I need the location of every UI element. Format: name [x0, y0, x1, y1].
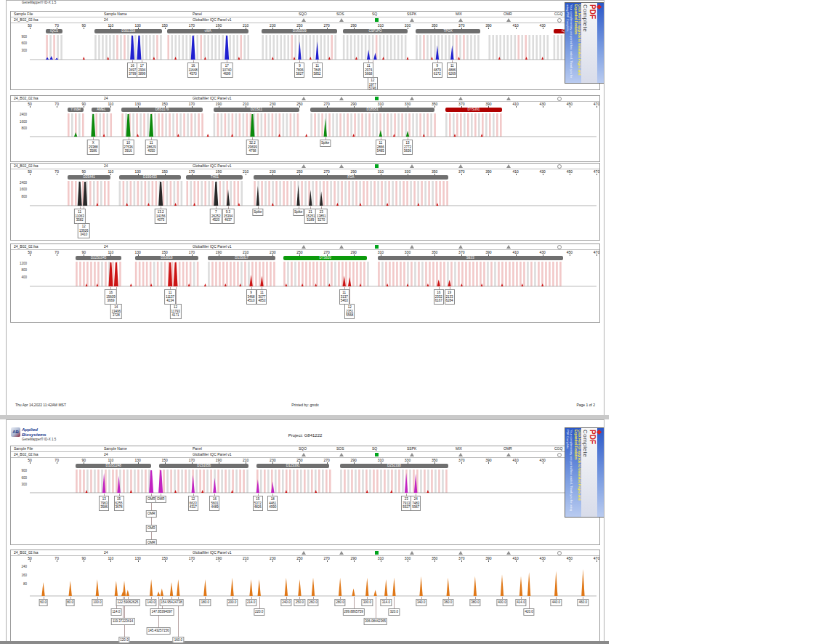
locus-marker-bar[interactable]: D21S11 — [214, 108, 300, 112]
electropherogram-panel: 24_B02_02.fsa24Globalfiler IQC Panel v15… — [10, 243, 600, 323]
page-footer: Thu Apr 14,2022 11:42AM MST Printed by: … — [15, 403, 595, 408]
allele-call-box: 10275363916 — [122, 140, 134, 155]
locus-marker-bar[interactable]: D2S441 — [68, 175, 110, 180]
cgq-flag-icon — [557, 453, 562, 457]
column-header: SOS — [336, 12, 344, 17]
sample-file: 24_B02_02.fsa — [14, 17, 39, 23]
sos-flag-icon — [339, 18, 344, 22]
trace-plot: 24016080 — [11, 563, 599, 597]
locus-marker-bar[interactable]: AMEL — [92, 108, 110, 112]
pdf-complete-logo: PDF Complete — [581, 3, 597, 83]
allele-call-box: 1131375463 — [339, 289, 349, 305]
trace-svg — [11, 563, 599, 597]
label-connector — [394, 597, 395, 608]
locus-marker-bar[interactable]: D8S1179 — [121, 108, 202, 112]
allele-call-box: 9.3153944637 — [222, 209, 235, 224]
allele-call-box: 289.8865759 — [342, 608, 364, 616]
watermark-upgrade-link[interactable]: Click Here to upgrade to Unlimited Pages… — [573, 3, 581, 83]
allele-call-box: 314.0 — [381, 599, 392, 606]
marker-row: Y indelAMELD8S1179D21S11D18S51DYS391 — [11, 108, 599, 113]
allele-call-box: 13.2141564075 — [155, 209, 167, 224]
locus-marker-bar[interactable]: D18S51 — [310, 108, 434, 112]
allele-call-box: Spike — [293, 209, 304, 216]
allele-labels: 60.080.0100.0122.59062625114.0119.372234… — [11, 597, 599, 643]
column-header: MIX — [456, 12, 462, 17]
locus-marker-bar[interactable]: IQCS — [46, 29, 62, 33]
locus-marker-bar[interactable]: CSF1PO — [343, 29, 408, 33]
sq-flag-icon — [375, 453, 379, 456]
applied-biosystems-logo: AB Applied Biosystems GeneMapper® ID-X 1… — [11, 427, 56, 441]
sspk-flag-icon — [410, 453, 414, 456]
column-header: CGQ — [554, 12, 562, 17]
electropherogram-panel: 24_B02_02.fsa24Globalfiler IQC Panel v15… — [10, 550, 600, 643]
electropherogram-panel: 24_B02_02.fsa24Globalfiler IQC Panel v15… — [10, 163, 600, 241]
locus-marker-bar[interactable]: D3S1358 — [94, 29, 162, 33]
size-ruler: 5070901101301501701902102302502702903103… — [11, 556, 599, 562]
allele-call-box: X293883586 — [87, 140, 100, 155]
allele-call-box: 1223515568 — [344, 304, 355, 319]
locus-marker-bar[interactable]: D19S433 — [119, 175, 181, 180]
allele-call-box: 1178455852 — [312, 63, 323, 78]
pdf-complete-logo: PDF Complete — [581, 428, 597, 517]
allele-call-box: 440.0 — [551, 599, 562, 606]
locus-marker-bar[interactable]: D5S818 — [135, 256, 198, 260]
column-header: Sample File — [14, 12, 33, 17]
locus-marker-bar[interactable]: TPOX — [416, 29, 480, 33]
pdf-logo-text: PDF — [589, 4, 597, 81]
pdf-complete-watermark[interactable]: Your complimentary use period has ended.… — [565, 2, 604, 84]
locus-marker-bar[interactable]: D10S1248 — [76, 464, 151, 468]
locus-marker-bar[interactable]: D13S317 — [208, 256, 275, 260]
watermark-upgrade-link[interactable]: Click Here to upgrade to Unlimited Pages… — [573, 428, 581, 517]
allele-call-box: 2474835967 — [411, 496, 421, 511]
panel-name: Globalfiler IQC Panel v1 — [193, 244, 232, 249]
column-header: Panel — [193, 12, 202, 17]
allele-call-box: 1921336284 — [445, 289, 455, 305]
locus-marker-bar[interactable]: D7S820 — [283, 256, 367, 260]
sample-name: 24 — [104, 17, 108, 23]
trace-plot: 1200800400 — [11, 261, 599, 287]
sq-flag-icon — [375, 551, 379, 555]
omr-flag-icon — [506, 551, 511, 555]
sos-flag-icon — [339, 245, 344, 249]
allele-call-box: 119.37223414 — [111, 618, 134, 625]
sspk-flag-icon — [410, 551, 414, 555]
sq-flag-icon — [375, 97, 379, 100]
sos-flag-icon — [339, 551, 344, 555]
allele-call-box: 1623326167 — [434, 289, 444, 305]
allele-call-box: 180.0 — [200, 599, 211, 606]
mix-flag-icon — [458, 18, 463, 22]
sample-file: 24_B02_02.fsa — [14, 452, 39, 457]
locus-marker-bar[interactable]: vWA — [167, 29, 248, 33]
allele-call-box: 260.0 — [307, 599, 318, 606]
column-header: SQO — [299, 446, 307, 451]
report-page-2: AB Applied Biosystems GeneMapper® ID-X 1… — [6, 419, 604, 644]
allele-labels: 1634973799172994389916116484570171074046… — [11, 60, 599, 89]
locus-marker-bar[interactable]: D1S1656 — [159, 464, 248, 468]
allele-call-box: 1327725636 — [403, 140, 413, 155]
marker-row: D10S1248D1S1656D12S391D2S1338 — [11, 464, 599, 469]
locus-marker-bar[interactable]: FGA — [254, 175, 448, 180]
omr-flag-icon — [506, 245, 511, 249]
allele-call-box: OMR — [146, 525, 157, 532]
locus-marker-bar[interactable]: D16S539 — [262, 29, 337, 33]
watermark-notice: Your complimentary use period has ended.… — [565, 3, 573, 83]
marker-row: IQCSD3S1358vWAD16S539CSF1POTPOXIQCL — [11, 29, 599, 34]
panel-name: Globalfiler IQC Panel v1 — [193, 550, 232, 555]
footer-printed-by: Printed by: gmdx — [15, 403, 595, 407]
locus-marker-bar[interactable]: DYS391 — [445, 108, 502, 112]
locus-marker-bar[interactable]: D12S391 — [256, 464, 329, 468]
locus-marker-bar[interactable]: D22S1045 — [76, 256, 121, 260]
sspk-flag-icon — [410, 97, 414, 100]
locus-marker-bar[interactable]: SE33 — [378, 256, 562, 260]
panel-header-values: 24_B02_02.fsa24Globalfiler IQC Panel v1 — [11, 452, 599, 458]
sq-flag-icon — [375, 245, 379, 249]
allele-call-box: 154.95424738 — [160, 599, 184, 606]
locus-marker-bar[interactable]: TH01 — [186, 175, 243, 180]
cgq-flag-icon — [557, 18, 562, 23]
panel-name: Globalfiler IQC Panel v1 — [193, 96, 232, 101]
allele-call-box: 11111374134 — [164, 289, 176, 305]
locus-marker-bar[interactable]: Y indel — [68, 108, 84, 112]
allele-call-box: 948796172 — [432, 63, 442, 78]
pdf-complete-watermark[interactable]: Your complimentary use period has ended.… — [565, 427, 604, 518]
locus-marker-bar[interactable]: D2S1338 — [340, 464, 448, 468]
